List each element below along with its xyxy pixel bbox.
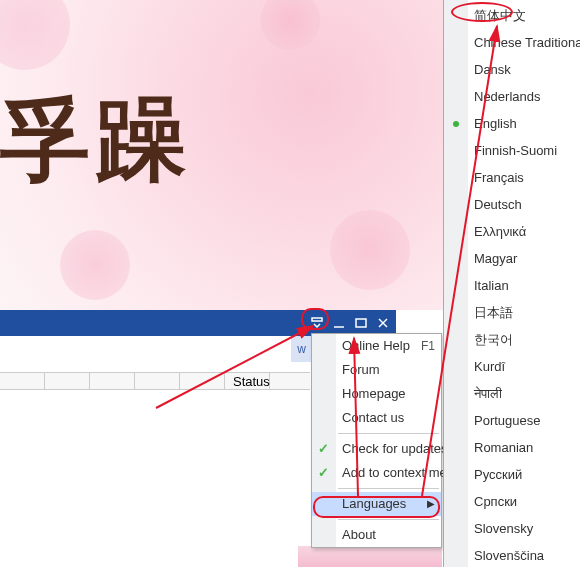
language-label: Chinese Traditional <box>474 35 580 50</box>
menu-separator <box>338 519 439 520</box>
statusbar-status: Status <box>225 373 270 389</box>
statusbar-cell <box>180 373 225 389</box>
menu-homepage[interactable]: Homepage <box>312 382 441 406</box>
language-item[interactable]: Italian <box>444 272 580 299</box>
menu-add-context[interactable]: ✓ Add to context menu <box>312 461 441 485</box>
flower-decoration <box>0 0 70 70</box>
menu-label: Homepage <box>342 382 406 406</box>
language-item[interactable]: Slovensky <box>444 515 580 542</box>
wallpaper-text: 孚躁 <box>0 80 192 202</box>
menu-forum[interactable]: Forum <box>312 358 441 382</box>
flower-decoration <box>260 0 320 50</box>
statusbar-cell <box>45 373 90 389</box>
flower-decoration <box>60 230 130 300</box>
statusbar-cell <box>0 373 45 389</box>
svg-rect-2 <box>356 319 366 327</box>
language-item[interactable]: Chinese Traditional <box>444 29 580 56</box>
statusbar: Status <box>0 372 310 390</box>
submenu-arrow-icon: ▶ <box>427 492 435 516</box>
menu-about[interactable]: About <box>312 523 441 547</box>
menu-label: Contact us <box>342 406 404 430</box>
language-label: Portuguese <box>474 413 541 428</box>
menu-online-help[interactable]: Online Help F1 <box>312 334 441 358</box>
language-label: Ελληνικά <box>474 224 526 239</box>
w-label: w <box>291 336 313 362</box>
menu-check-updates[interactable]: ✓ Check for updates <box>312 437 441 461</box>
language-item[interactable]: Nederlands <box>444 83 580 110</box>
language-item[interactable]: Slovenščina <box>444 542 580 567</box>
language-item[interactable]: Kurdî <box>444 353 580 380</box>
language-item[interactable]: Dansk <box>444 56 580 83</box>
statusbar-cell <box>135 373 180 389</box>
language-label: Finnish-Suomi <box>474 143 557 158</box>
language-label: Nederlands <box>474 89 541 104</box>
status-label: Status <box>233 374 270 389</box>
language-label: नेपाली <box>474 386 502 401</box>
language-item[interactable]: Français <box>444 164 580 191</box>
language-label: Русский <box>474 467 522 482</box>
svg-rect-0 <box>312 318 322 321</box>
language-label: Slovenščina <box>474 548 544 563</box>
check-icon: ✓ <box>318 437 329 461</box>
minimize-icon[interactable] <box>332 316 346 330</box>
language-label: Deutsch <box>474 197 522 212</box>
language-label: Italian <box>474 278 509 293</box>
thumbnail-image <box>298 546 442 567</box>
language-label: 한국어 <box>474 332 513 347</box>
language-item[interactable]: 한국어 <box>444 326 580 353</box>
menu-label: Forum <box>342 358 380 382</box>
language-item[interactable]: 简体中文 <box>444 2 580 29</box>
language-item[interactable]: Ελληνικά <box>444 218 580 245</box>
menu-label: Check for updates <box>342 437 448 461</box>
menu-label: Languages <box>342 492 406 516</box>
language-label: Kurdî <box>474 359 505 374</box>
statusbar-cell <box>90 373 135 389</box>
menu-separator <box>338 488 439 489</box>
language-item[interactable]: Deutsch <box>444 191 580 218</box>
main-dropdown-menu: Online Help F1 Forum Homepage Contact us… <box>311 333 442 548</box>
dropdown-icon[interactable] <box>310 316 324 330</box>
language-item[interactable]: Српски <box>444 488 580 515</box>
language-label: Dansk <box>474 62 511 77</box>
language-label: English <box>474 116 517 131</box>
menu-contact-us[interactable]: Contact us <box>312 406 441 430</box>
language-label: 简体中文 <box>474 8 526 23</box>
language-item[interactable]: Portuguese <box>444 407 580 434</box>
language-item[interactable]: Romanian <box>444 434 580 461</box>
language-item[interactable]: Magyar <box>444 245 580 272</box>
active-dot-icon <box>453 121 459 127</box>
flower-decoration <box>330 210 410 290</box>
language-item[interactable]: Русский <box>444 461 580 488</box>
language-label: Romanian <box>474 440 533 455</box>
language-label: Français <box>474 170 524 185</box>
check-icon: ✓ <box>318 461 329 485</box>
menu-shortcut: F1 <box>421 334 435 358</box>
language-label: Српски <box>474 494 517 509</box>
wallpaper: 孚躁 <box>0 0 443 310</box>
language-label: Slovensky <box>474 521 533 536</box>
language-item[interactable]: Finnish-Suomi <box>444 137 580 164</box>
language-submenu: 简体中文Chinese TraditionalDanskNederlandsEn… <box>443 0 580 567</box>
svg-line-5 <box>156 326 313 408</box>
language-item[interactable]: नेपाली <box>444 380 580 407</box>
language-label: Magyar <box>474 251 517 266</box>
menu-languages[interactable]: Languages ▶ <box>312 492 441 516</box>
language-item[interactable]: English <box>444 110 580 137</box>
menu-label: About <box>342 523 376 547</box>
maximize-icon[interactable] <box>354 316 368 330</box>
menu-label: Online Help <box>342 334 410 358</box>
language-label: 日本語 <box>474 305 513 320</box>
language-item[interactable]: 日本語 <box>444 299 580 326</box>
menu-separator <box>338 433 439 434</box>
close-icon[interactable] <box>376 316 390 330</box>
